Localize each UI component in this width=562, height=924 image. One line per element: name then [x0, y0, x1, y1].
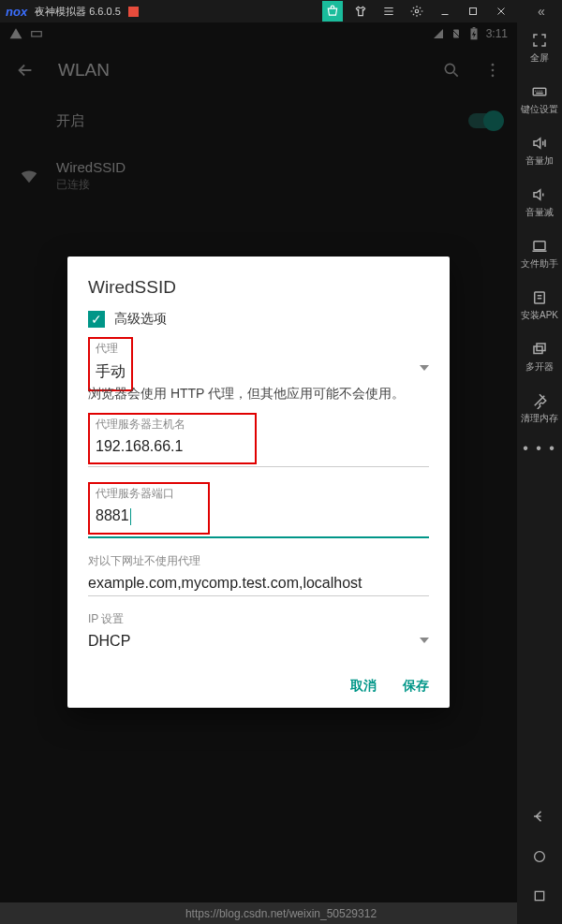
- svg-point-5: [535, 852, 545, 862]
- advanced-checkbox[interactable]: ✓: [88, 311, 105, 328]
- advanced-label: 高级选项: [114, 311, 167, 328]
- close-icon[interactable]: [491, 1, 511, 22]
- chevron-down-icon: [420, 638, 429, 643]
- save-button[interactable]: 保存: [403, 678, 429, 695]
- emulator-right-sidebar: « 全屏 键位设置 音量加 音量减 文件助手 安装APK 多开器 清理内存 • …: [517, 0, 562, 924]
- host-input[interactable]: 192.168.66.1: [96, 433, 249, 459]
- proxy-dropdown[interactable]: [88, 365, 429, 371]
- side-label: 全屏: [530, 51, 549, 65]
- android-nav-buttons: [517, 808, 562, 903]
- side-label: 文件助手: [521, 257, 558, 271]
- side-volume-down[interactable]: 音量减: [525, 177, 554, 228]
- ip-value: DHCP: [88, 627, 130, 653]
- bypass-input[interactable]: example.com,mycomp.test.com,localhost: [88, 569, 429, 596]
- side-label: 清理内存: [521, 412, 558, 425]
- bypass-label: 对以下网址不使用代理: [88, 553, 429, 569]
- back-nav-icon[interactable]: [531, 808, 548, 825]
- side-label: 键位设置: [521, 103, 558, 116]
- advanced-options-row[interactable]: ✓ 高级选项: [88, 311, 429, 328]
- settings-icon[interactable]: [407, 1, 427, 22]
- svg-rect-8: [470, 8, 477, 15]
- shirt-icon[interactable]: [350, 1, 371, 22]
- ip-dropdown[interactable]: DHCP: [88, 627, 429, 653]
- wifi-settings-modal: WiredSSID ✓ 高级选项 代理 手动 浏览器会使用 HTTP 代理，但其…: [67, 257, 450, 708]
- side-multi-instance[interactable]: 多开器: [525, 331, 554, 383]
- cancel-button[interactable]: 取消: [350, 678, 377, 695]
- window-title: 夜神模拟器 6.6.0.5: [35, 5, 121, 19]
- side-clear-memory[interactable]: 清理内存: [521, 383, 558, 434]
- proxy-label: 代理: [96, 341, 126, 357]
- ip-label: IP 设置: [88, 611, 429, 627]
- chevron-down-icon: [420, 365, 429, 371]
- svg-rect-1: [534, 242, 545, 250]
- collapse-icon[interactable]: «: [538, 4, 541, 22]
- side-keymap[interactable]: 键位设置: [521, 74, 558, 125]
- host-label: 代理服务器主机名: [96, 417, 249, 433]
- side-volume-up[interactable]: 音量加: [525, 125, 554, 177]
- modal-title: WiredSSID: [88, 277, 429, 298]
- brand-logo: nox: [6, 5, 27, 19]
- menu-icon[interactable]: [378, 1, 399, 22]
- proxy-hint: 浏览器会使用 HTTP 代理，但其他应用可能不会使用。: [88, 384, 429, 403]
- port-input[interactable]: 8881: [96, 502, 202, 529]
- emulator-titlebar: nox 夜神模拟器 6.6.0.5: [0, 0, 517, 22]
- minimize-icon[interactable]: [435, 1, 455, 22]
- side-more-icon[interactable]: • • •: [523, 440, 556, 457]
- svg-point-7: [415, 9, 419, 13]
- indicator-icon: [128, 7, 139, 17]
- recents-nav-icon[interactable]: [532, 888, 547, 903]
- phone-screen: 3:11 WLAN 开启 WiredSSID 已连接 WiredSSID ✓ 高…: [0, 22, 517, 902]
- side-fullscreen[interactable]: 全屏: [530, 22, 549, 74]
- proxy-value: 手动: [96, 357, 126, 386]
- home-nav-icon[interactable]: [532, 849, 547, 864]
- port-label: 代理服务器端口: [96, 486, 202, 502]
- side-label: 多开器: [525, 360, 554, 374]
- side-label: 音量加: [525, 154, 554, 168]
- watermark-text: https://blog.csdn.net/weixin_50529312: [0, 907, 562, 920]
- side-install-apk[interactable]: 安装APK: [521, 280, 558, 331]
- store-icon[interactable]: [322, 1, 343, 22]
- maximize-icon[interactable]: [463, 1, 483, 22]
- side-label: 安装APK: [521, 309, 558, 322]
- side-label: 音量减: [525, 206, 554, 219]
- side-file-helper[interactable]: 文件助手: [521, 228, 558, 280]
- svg-rect-6: [535, 891, 543, 900]
